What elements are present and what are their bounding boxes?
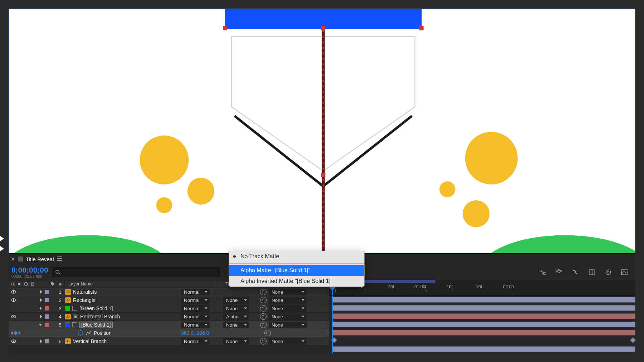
layer-search[interactable] (52, 267, 220, 277)
keyframe-navigator[interactable] (11, 331, 21, 335)
label-color[interactable] (45, 298, 49, 302)
twirl-arrow[interactable] (40, 315, 42, 318)
layer-row[interactable]: 6AiVertical BranchNormalNoneNone (9, 337, 329, 346)
menu-no-track-matte[interactable]: No Track Matte (229, 251, 364, 262)
blend-mode-dropdown[interactable]: Normal (181, 313, 210, 320)
layer-row[interactable]: 5[Blue Solid 1]NormalNoneNone (9, 321, 329, 329)
layer-row[interactable]: 4AiHorizontal BranchNormalAlphaNone (9, 313, 329, 321)
layer-duration-bar[interactable] (332, 322, 635, 327)
matte-toggle-icon[interactable] (73, 314, 78, 319)
timeline-property-row[interactable] (329, 337, 635, 345)
playhead-line[interactable] (332, 296, 333, 353)
shy-icon[interactable] (570, 267, 580, 277)
timeline-layer-bar[interactable] (329, 296, 635, 304)
parent-dropdown[interactable]: None (269, 313, 307, 320)
layer-row[interactable]: 2AiRectangleNormalNoneNone (9, 296, 329, 304)
position-value[interactable]: 960.0,-206.0 (179, 330, 259, 336)
twirl-arrow[interactable] (40, 290, 42, 294)
twirl-arrow[interactable] (40, 307, 42, 310)
layer-duration-bar[interactable] (332, 305, 635, 311)
pickwhip-icon[interactable] (260, 297, 267, 303)
current-timecode[interactable]: 0;00;00;00 (11, 266, 48, 274)
blend-mode-dropdown[interactable]: Normal (181, 322, 210, 328)
label-color[interactable] (45, 306, 49, 310)
layer-name[interactable]: Naturalists (73, 289, 97, 295)
lock-column-icon[interactable] (30, 282, 35, 287)
layer-row[interactable]: 3[Green Solid 1]NormalNoneNone (9, 304, 329, 313)
twirl-arrow[interactable] (40, 298, 42, 302)
composition-tab-title[interactable]: Title Reveal (26, 256, 54, 262)
layer-name[interactable]: Rectangle (73, 297, 96, 303)
label-column-icon[interactable] (50, 282, 55, 286)
motion-blur-icon[interactable] (603, 267, 613, 277)
frame-blend-icon[interactable] (587, 267, 597, 277)
track-matte-dropdown[interactable]: None (223, 305, 249, 312)
timeline-layer-bar[interactable] (329, 304, 635, 312)
panel-menu-icon[interactable] (57, 256, 62, 262)
pickwhip-icon[interactable] (260, 338, 267, 344)
eye-column-icon[interactable] (11, 282, 16, 287)
composition-viewport[interactable] (9, 9, 635, 253)
visibility-toggle[interactable] (11, 314, 16, 319)
visibility-toggle[interactable] (11, 305, 16, 311)
layer-duration-bar[interactable] (332, 330, 635, 336)
pickwhip-icon[interactable] (260, 305, 267, 312)
layer-name[interactable]: Horizontal Branch (80, 314, 120, 319)
panel-lock-icon[interactable] (18, 256, 23, 261)
graph-editor-icon[interactable] (620, 267, 630, 277)
stopwatch-icon[interactable] (78, 331, 83, 336)
layer-duration-bar[interactable] (332, 346, 635, 352)
layer-duration-bar[interactable] (332, 297, 635, 303)
layer-name[interactable]: [Green Solid 1] (79, 305, 113, 311)
visibility-toggle[interactable] (11, 338, 16, 344)
label-color[interactable] (45, 290, 49, 294)
layer-row[interactable]: 1AiNaturalistsNormalNone (9, 288, 329, 296)
layer-duration-bar[interactable] (332, 313, 635, 319)
draft-3d-icon[interactable] (554, 267, 564, 277)
menu-alpha-inverted-matte[interactable]: Alpha Inverted Matte "[Blue Solid 1]" (229, 276, 364, 287)
label-color[interactable] (45, 339, 49, 343)
track-matte-dropdown[interactable]: None (223, 338, 249, 345)
matte-toggle-icon[interactable] (72, 322, 77, 327)
pickwhip-icon[interactable] (264, 330, 271, 336)
parent-dropdown[interactable]: None (269, 338, 307, 345)
comp-flowchart-icon[interactable] (537, 267, 547, 277)
timeline-layer-bar[interactable] (329, 321, 635, 329)
close-tab-icon[interactable] (11, 257, 15, 261)
add-keyframe-icon[interactable] (14, 331, 18, 335)
parent-dropdown[interactable]: None (269, 322, 307, 328)
property-row-position[interactable]: Position960.0,-206.0 (9, 329, 329, 337)
timeline-layer-bar[interactable] (329, 312, 635, 321)
visibility-toggle[interactable] (11, 297, 16, 303)
search-input[interactable] (63, 270, 217, 275)
blend-mode-dropdown[interactable]: Normal (181, 338, 210, 345)
layer-name[interactable]: Vertical Branch (73, 338, 107, 344)
parent-dropdown[interactable]: None (269, 305, 307, 312)
matte-toggle-icon[interactable] (72, 306, 77, 311)
label-color[interactable] (45, 323, 49, 327)
blend-mode-dropdown[interactable]: Normal (181, 305, 210, 312)
pickwhip-icon[interactable] (260, 313, 267, 320)
keyframe-diamond[interactable] (630, 338, 635, 343)
layer-name[interactable]: [Blue Solid 1] (79, 322, 113, 328)
audio-column-icon[interactable] (17, 282, 22, 287)
twirl-arrow[interactable] (40, 339, 42, 343)
twirl-arrow[interactable] (39, 324, 42, 326)
label-color[interactable] (45, 314, 49, 319)
solo-column-icon[interactable] (24, 282, 29, 287)
visibility-toggle[interactable] (11, 322, 16, 328)
blend-mode-dropdown[interactable]: Normal (181, 297, 210, 304)
visibility-toggle[interactable] (11, 289, 16, 295)
timeline-layer-bar[interactable] (329, 345, 635, 353)
pickwhip-icon[interactable] (260, 322, 267, 328)
menu-alpha-matte[interactable]: Alpha Matte "[Blue Solid 1]" (229, 265, 364, 276)
parent-dropdown[interactable]: None (269, 289, 307, 295)
pickwhip-icon[interactable] (260, 289, 267, 295)
track-matte-dropdown[interactable]: Alpha (223, 313, 249, 320)
track-matte-dropdown[interactable]: None (223, 297, 249, 304)
timeline-layer-bar[interactable] (329, 329, 635, 337)
expression-graph-icon[interactable] (86, 331, 91, 336)
parent-dropdown[interactable]: None (269, 297, 307, 304)
timeline-ruler[interactable]: 00f10f20f01:00f10f20f02:00 (329, 280, 635, 296)
blend-mode-dropdown[interactable]: Normal (181, 289, 210, 295)
